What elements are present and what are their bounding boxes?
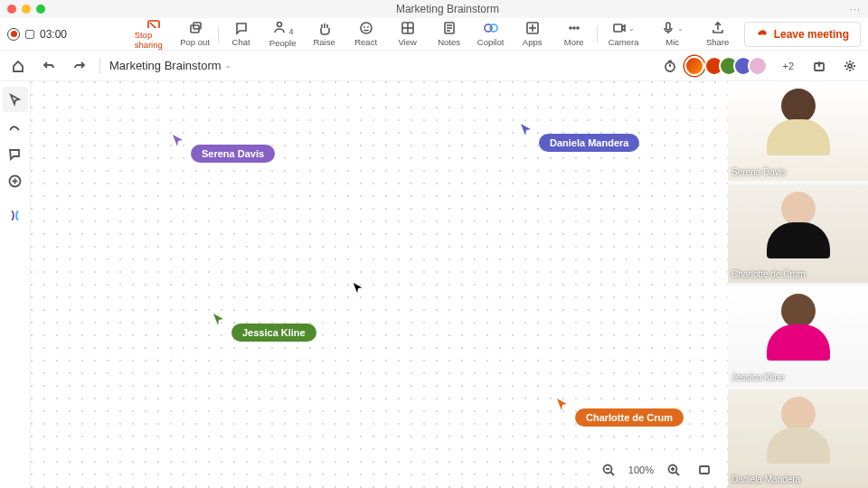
plus-circle-icon	[8, 174, 22, 188]
video-tile[interactable]: Daniela Mandera	[728, 389, 868, 489]
copilot-button[interactable]: Copilot	[472, 19, 510, 50]
remote-cursor-serena: Serena Davis	[171, 134, 275, 163]
video-tile[interactable]: Serena Davis	[728, 81, 868, 181]
pencil-icon	[8, 120, 22, 134]
settings-button[interactable]	[839, 55, 861, 77]
video-tile[interactable]: Jessica Kline	[728, 286, 868, 386]
minimize-window[interactable]	[22, 5, 31, 14]
people-button[interactable]: 4 People	[264, 19, 302, 50]
camera-toggle[interactable]: ⌄ Camera	[601, 19, 646, 50]
home-button[interactable]	[7, 55, 29, 77]
whiteboard-canvas[interactable]: Serena Davis Daniela Mandera Jessica Kli…	[31, 81, 728, 488]
more-icon	[567, 21, 581, 35]
stopwatch-icon	[664, 60, 676, 72]
title-more-button[interactable]: ···	[850, 4, 861, 14]
mic-toggle[interactable]: ⌄ Mic	[650, 19, 695, 50]
svg-rect-23	[614, 24, 622, 32]
svg-line-1	[150, 23, 157, 28]
copilot-tool[interactable]	[3, 202, 28, 228]
svg-rect-24	[666, 23, 670, 30]
chat-icon	[234, 21, 249, 35]
doc-share-button[interactable]	[808, 55, 830, 77]
svg-point-5	[361, 23, 372, 33]
close-window[interactable]	[7, 5, 16, 14]
document-title-dropdown[interactable]: Marketing Brainstorm ⌄	[109, 59, 231, 72]
fit-icon	[698, 464, 711, 476]
svg-point-29	[848, 64, 852, 68]
undo-icon	[42, 60, 55, 72]
svg-line-37	[676, 473, 680, 476]
remote-cursor-charlotte: Charlotte de Crum	[555, 398, 684, 427]
react-button[interactable]: React	[347, 19, 385, 50]
stop-sharing-icon	[146, 19, 161, 28]
copilot-icon	[8, 209, 22, 222]
stop-sharing-button[interactable]: Stop sharing	[135, 19, 173, 50]
zoom-in-icon	[667, 464, 680, 476]
record-stop-icon	[25, 30, 34, 39]
react-icon	[359, 21, 373, 35]
chevron-down-icon: ⌄	[677, 24, 684, 33]
window-title: Marketing Brainstorm	[45, 3, 850, 15]
zoom-out-button[interactable]	[598, 459, 619, 481]
fit-screen-button[interactable]	[693, 459, 715, 481]
pointer-icon	[8, 93, 22, 107]
share-up-icon	[813, 60, 826, 72]
home-icon	[12, 60, 24, 72]
notes-icon	[442, 21, 457, 35]
svg-point-22	[577, 27, 579, 29]
gear-icon	[844, 60, 856, 72]
svg-point-7	[367, 27, 368, 28]
remote-cursor-jessica: Jessica Kline	[212, 313, 316, 342]
remote-cursor-daniela: Daniela Mandera	[519, 123, 639, 152]
share-icon	[711, 21, 725, 35]
redo-icon	[73, 60, 86, 72]
more-button[interactable]: More	[555, 19, 593, 50]
camera-icon	[612, 21, 627, 35]
raise-hand-button[interactable]: Raise	[306, 19, 344, 50]
presence-overflow[interactable]: +2	[782, 61, 794, 71]
svg-rect-40	[700, 466, 709, 474]
chevron-down-icon: ⌄	[225, 61, 231, 70]
video-tile[interactable]: Charlotte de Crum	[728, 184, 868, 284]
draw-tool[interactable]	[3, 114, 28, 139]
presenter-avatar[interactable]	[684, 56, 704, 76]
maximize-window[interactable]	[36, 5, 45, 14]
raise-hand-icon	[317, 21, 332, 35]
leave-meeting-button[interactable]: Leave meeting	[744, 22, 861, 47]
presence-avatars	[690, 56, 768, 76]
view-button[interactable]: View	[389, 19, 427, 50]
pop-out-button[interactable]: Pop out	[176, 19, 214, 50]
svg-point-21	[573, 27, 575, 29]
chat-button[interactable]: Chat	[222, 19, 260, 50]
zoom-out-icon	[602, 464, 615, 476]
record-timer: 03:00	[40, 28, 67, 41]
apps-button[interactable]: Apps	[514, 19, 552, 50]
undo-button[interactable]	[38, 55, 60, 77]
chevron-down-icon: ⌄	[628, 24, 635, 33]
people-icon	[272, 20, 287, 34]
participant-avatar[interactable]	[748, 56, 768, 76]
apps-icon	[525, 21, 540, 35]
add-tool[interactable]	[3, 168, 28, 193]
zoom-in-button[interactable]	[663, 459, 684, 481]
pop-out-icon	[188, 21, 203, 35]
view-icon	[401, 21, 415, 35]
local-cursor	[352, 282, 364, 295]
leave-icon	[756, 28, 769, 41]
svg-point-20	[570, 27, 571, 29]
redo-button[interactable]	[69, 55, 90, 77]
comment-tool[interactable]	[3, 141, 28, 166]
svg-point-4	[277, 23, 281, 27]
select-tool[interactable]	[3, 87, 28, 112]
notes-button[interactable]: Notes	[430, 19, 468, 50]
svg-point-6	[363, 27, 364, 28]
record-indicator	[7, 28, 20, 41]
share-button[interactable]: Share	[699, 19, 737, 50]
mic-icon	[661, 21, 675, 35]
svg-line-34	[610, 473, 614, 476]
copilot-icon	[484, 21, 498, 35]
timer-button[interactable]	[659, 55, 681, 77]
zoom-level: 100%	[628, 465, 654, 475]
comment-icon	[8, 147, 22, 161]
